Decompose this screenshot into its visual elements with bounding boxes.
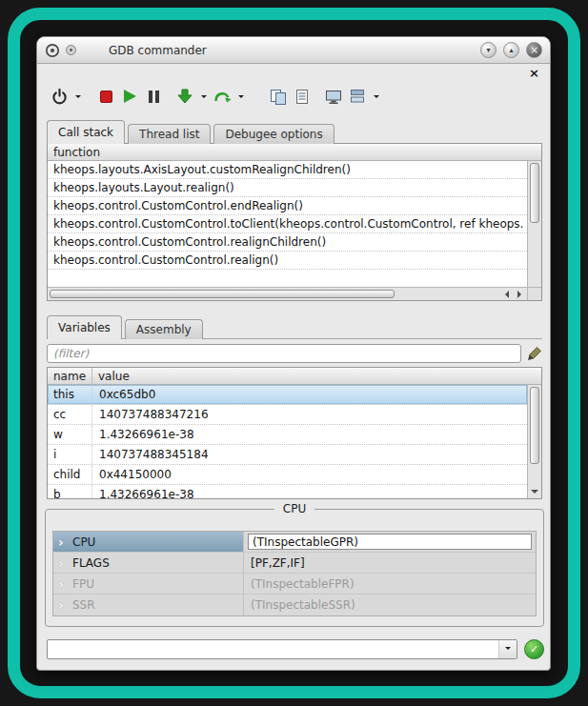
power-icon <box>51 89 68 105</box>
pause-icon <box>149 91 159 103</box>
expander-icon[interactable]: › <box>58 577 72 591</box>
tab-thread-list[interactable]: Thread list <box>128 124 211 144</box>
chevron-down-icon <box>238 95 244 101</box>
arrow-right-icon <box>517 291 525 298</box>
continue-button[interactable] <box>119 85 140 108</box>
maximize-button[interactable]: ▴ <box>503 42 519 58</box>
step-over-dropdown-button[interactable] <box>235 85 246 108</box>
target-monitor-button[interactable] <box>323 85 344 108</box>
power-dropdown-button[interactable] <box>72 85 83 108</box>
arrow-down-icon <box>531 490 538 497</box>
power-button[interactable] <box>49 85 70 108</box>
titlebar[interactable]: GDB commander ▾ ▴ × <box>37 37 550 64</box>
variable-row[interactable]: i 140737488345184 <box>48 445 527 465</box>
variables-header: name value <box>48 368 541 385</box>
vertical-scrollbar[interactable] <box>527 385 541 498</box>
variables-list: this 0xc65db0 cc 140737488347216 w 1.432… <box>48 385 527 498</box>
scrollbar-thumb[interactable] <box>530 387 539 464</box>
editors-button[interactable] <box>268 85 289 108</box>
pen-icon[interactable] <box>526 345 543 362</box>
variable-row[interactable]: this 0xc65db0 <box>48 385 527 405</box>
gdb-commander-window: GDB commander ▾ ▴ × × <box>36 36 551 671</box>
command-input[interactable] <box>48 640 498 658</box>
scrollbar-corner <box>527 287 541 300</box>
expander-icon[interactable]: › <box>58 598 72 612</box>
close-button[interactable]: × <box>526 42 542 58</box>
step-into-button[interactable] <box>174 85 195 108</box>
tab-debugee-options[interactable]: Debugee options <box>213 124 334 144</box>
column-header-value[interactable]: value <box>92 368 541 385</box>
tab-assembly[interactable]: Assembly <box>125 319 203 339</box>
tab-call-stack[interactable]: Call stack <box>47 120 125 144</box>
list-icon <box>294 89 310 105</box>
cpu-row[interactable]: ›CPU <box>53 532 536 553</box>
variables-panel: name value this 0xc65db0 cc 140737488347… <box>47 367 542 499</box>
minimize-button[interactable]: ▾ <box>480 42 497 58</box>
views-button[interactable] <box>347 85 368 108</box>
cpu-row[interactable]: ›SSR (TInspectableSSR) <box>53 595 536 615</box>
target-monitor-icon <box>325 89 342 105</box>
variable-row[interactable]: w 1.43266961e-38 <box>48 425 527 445</box>
confirm-button[interactable]: ✓ <box>524 639 544 659</box>
scrollbar-thumb[interactable] <box>530 163 539 223</box>
callstack-column-header[interactable]: function <box>48 144 541 161</box>
expander-icon[interactable]: › <box>58 556 72 570</box>
expander-icon[interactable]: › <box>58 535 72 549</box>
cpu-inspector-grid: ›CPU ›FLAGS [PF,ZF,IF] ›FPU (TInspectabl… <box>52 531 537 616</box>
filter-input[interactable] <box>47 344 521 363</box>
dock-close-button[interactable]: × <box>529 67 539 79</box>
callstack-row[interactable]: kheops.control.CustomControl.toClient(kh… <box>48 215 527 233</box>
stop-button[interactable] <box>95 85 116 108</box>
app-icon[interactable] <box>45 43 60 58</box>
variable-row[interactable]: child 0x44150000 <box>48 465 527 485</box>
chevron-down-icon <box>201 95 207 101</box>
variable-row[interactable]: b 1.43266961e-38 <box>48 485 527 498</box>
chevron-down-icon <box>505 647 511 653</box>
pause-button[interactable] <box>143 85 164 108</box>
views-dropdown-button[interactable] <box>371 85 381 108</box>
vertical-scrollbar[interactable] <box>527 161 541 287</box>
scroll-left-button[interactable] <box>498 288 513 300</box>
stop-icon <box>100 91 112 103</box>
scroll-down-button[interactable] <box>528 486 541 498</box>
window-menu-icon[interactable] <box>65 44 77 56</box>
views-icon <box>350 89 366 104</box>
callstack-row[interactable]: kheops.layouts.AxisLayout.customRealignC… <box>48 161 527 179</box>
arrow-left-icon <box>501 291 509 298</box>
column-header-name[interactable]: name <box>48 368 92 385</box>
horizontal-scrollbar[interactable] <box>48 287 527 300</box>
scroll-right-button[interactable] <box>513 288 527 300</box>
bottom-tabbar: Variables Assembly <box>47 315 206 339</box>
cpu-groupbox: CPU ›CPU ›FLAGS [PF,ZF,IF] ›FPU (TInspec… <box>45 509 544 627</box>
cpu-row[interactable]: ›FLAGS [PF,ZF,IF] <box>53 553 536 574</box>
window-title: GDB commander <box>109 44 207 57</box>
cpu-groupbox-title: CPU <box>274 502 314 515</box>
play-icon <box>124 90 136 103</box>
callstack-row[interactable]: kheops.control.CustomControl.realign() <box>48 252 527 270</box>
editors-icon <box>270 89 287 105</box>
step-over-button[interactable] <box>212 85 233 108</box>
cpu-row[interactable]: ›FPU (TInspectableFPR) <box>53 574 536 595</box>
step-over-icon <box>213 89 232 105</box>
chevron-down-icon <box>374 95 379 101</box>
debug-toolbar <box>49 83 540 110</box>
step-into-dropdown-button[interactable] <box>198 85 209 108</box>
callstack-row[interactable]: kheops.control.CustomControl.realignChil… <box>48 233 527 252</box>
tab-variables[interactable]: Variables <box>47 315 122 339</box>
cpu-value-editor[interactable] <box>248 534 532 550</box>
step-into-icon <box>177 89 193 104</box>
combobox-dropdown-button[interactable] <box>498 640 517 658</box>
top-tabbar: Call stack Thread list Debugee options <box>47 120 337 144</box>
callstack-row[interactable]: kheops.control.CustomControl.endRealign(… <box>48 197 527 215</box>
call-stack-panel: function kheops.layouts.AxisLayout.custo… <box>47 143 542 301</box>
callstack-list: kheops.layouts.AxisLayout.customRealignC… <box>48 161 527 287</box>
variable-row[interactable]: cc 140737488347216 <box>48 405 527 425</box>
chevron-down-icon <box>75 95 81 101</box>
callstack-row[interactable]: kheops.layouts.Layout.realign() <box>48 179 527 197</box>
command-combobox[interactable] <box>47 639 517 659</box>
scrollbar-thumb[interactable] <box>50 290 395 298</box>
list-button[interactable] <box>292 85 313 108</box>
